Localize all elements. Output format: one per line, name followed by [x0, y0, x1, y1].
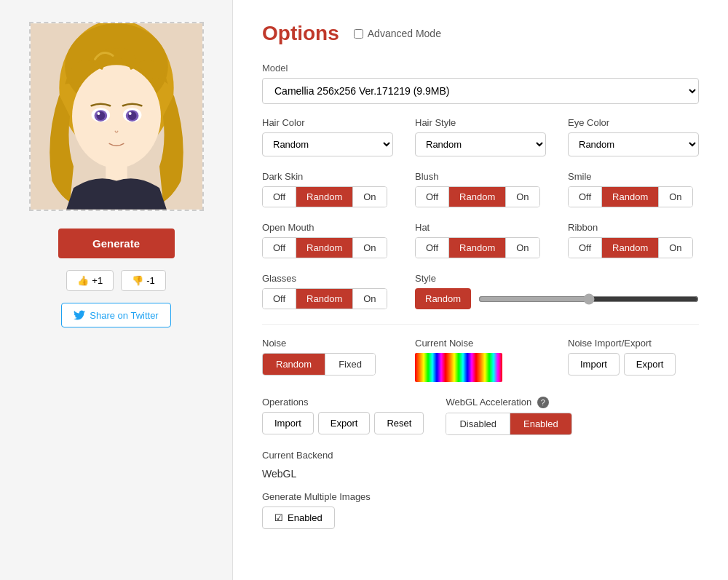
hair-style-label: Hair Style — [415, 117, 546, 128]
hair-color-group: Hair Color Random Black Brown Blonde Red… — [262, 117, 393, 156]
page-header: Options Advanced Mode — [262, 22, 699, 45]
blush-random[interactable]: Random — [448, 187, 505, 207]
glasses-random[interactable]: Random — [296, 289, 352, 309]
dark-skin-toggle: Off Random On — [262, 186, 387, 207]
blush-toggle: Off Random On — [415, 186, 540, 207]
ops-section: Operations Import Export Reset WebGL Acc… — [262, 397, 699, 435]
dark-skin-random[interactable]: Random — [296, 187, 352, 207]
hat-random[interactable]: Random — [448, 238, 505, 258]
hair-style-select[interactable]: Random Short Long Ponytail — [415, 132, 546, 156]
dark-skin-off[interactable]: Off — [263, 187, 296, 207]
ribbon-off[interactable]: Off — [569, 238, 601, 258]
glasses-off[interactable]: Off — [263, 289, 296, 309]
model-select[interactable]: Camellia 256x256 Ver.171219 (9.9MB) — [262, 78, 699, 104]
webgl-enabled[interactable]: Enabled — [510, 413, 571, 434]
eye-color-label: Eye Color — [568, 117, 699, 128]
style-row: Random — [415, 288, 699, 309]
dark-skin-on[interactable]: On — [352, 187, 386, 207]
webgl-group: WebGL Acceleration ? Disabled Enabled — [446, 397, 571, 435]
current-backend-label: Current Backend — [262, 450, 699, 461]
ribbon-label: Ribbon — [568, 222, 699, 233]
noise-import-export-group: Noise Import/Export Import Export — [568, 338, 699, 382]
svg-point-12 — [128, 112, 131, 115]
ribbon-on[interactable]: On — [658, 238, 692, 258]
open-mouth-toggle: Off Random On — [262, 237, 387, 258]
advanced-mode-label: Advanced Mode — [368, 28, 441, 39]
operations-reset[interactable]: Reset — [374, 412, 424, 434]
style-random-button[interactable]: Random — [415, 288, 471, 309]
webgl-help-badge[interactable]: ? — [537, 397, 549, 408]
noise-label: Noise — [262, 338, 393, 349]
style-group: Style Random — [415, 273, 699, 309]
dark-skin-group: Dark Skin Off Random On — [262, 171, 393, 207]
generate-multiple-button[interactable]: ☑ Enabled — [262, 506, 335, 529]
model-section: Model Camellia 256x256 Ver.171219 (9.9MB… — [262, 63, 699, 117]
upvote-button[interactable]: 👍 +1 — [66, 270, 114, 291]
svg-point-8 — [97, 112, 100, 115]
ribbon-toggle: Off Random On — [568, 237, 693, 258]
upvote-label: +1 — [92, 275, 103, 286]
glasses-on[interactable]: On — [352, 289, 386, 309]
advanced-mode-toggle[interactable]: Advanced Mode — [354, 28, 441, 39]
hat-group: Hat Off Random On — [415, 222, 546, 258]
webgl-toggle: Disabled Enabled — [446, 413, 571, 435]
noise-import-button[interactable]: Import — [568, 353, 620, 376]
webgl-disabled[interactable]: Disabled — [446, 413, 510, 434]
noise-import-export-buttons: Import Export — [568, 353, 699, 376]
twitter-icon — [74, 309, 85, 321]
checkbox-icon: ☑ — [274, 512, 283, 523]
svg-rect-4 — [106, 159, 127, 181]
glasses-toggle: Off Random On — [262, 288, 387, 309]
twitter-label: Share on Twitter — [90, 310, 158, 321]
operations-group: Operations Import Export Reset — [262, 397, 424, 435]
blush-off[interactable]: Off — [416, 187, 448, 207]
blush-on[interactable]: On — [505, 187, 539, 207]
open-mouth-label: Open Mouth — [262, 222, 393, 233]
eye-color-group: Eye Color Random Brown Blue Green Red Pu… — [568, 117, 699, 156]
noise-group: Noise Random Fixed — [262, 338, 393, 382]
current-backend-group: Current Backend WebGL — [262, 450, 699, 480]
eye-color-select[interactable]: Random Brown Blue Green Red Purple — [568, 132, 699, 156]
smile-random[interactable]: Random — [601, 187, 658, 207]
hair-color-select[interactable]: Random Black Brown Blonde Red Blue White — [262, 132, 393, 156]
style-label: Style — [415, 273, 699, 284]
downvote-label: -1 — [146, 275, 155, 286]
webgl-label: WebGL Acceleration ? — [446, 397, 571, 408]
ribbon-random[interactable]: Random — [601, 238, 658, 258]
hat-off[interactable]: Off — [416, 238, 448, 258]
noise-fixed[interactable]: Fixed — [325, 354, 375, 375]
generate-button[interactable]: Generate — [58, 229, 175, 258]
webgl-label-text: WebGL Acceleration — [446, 397, 531, 408]
hair-style-group: Hair Style Random Short Long Ponytail — [415, 117, 546, 156]
thumbs-up-icon: 👍 — [77, 275, 89, 286]
hair-color-label: Hair Color — [262, 117, 393, 128]
hat-label: Hat — [415, 222, 546, 233]
twitter-share-button[interactable]: Share on Twitter — [61, 303, 170, 327]
open-mouth-on[interactable]: On — [352, 238, 386, 258]
open-mouth-off[interactable]: Off — [263, 238, 296, 258]
style-slider[interactable] — [478, 293, 699, 305]
blush-label: Blush — [415, 171, 546, 182]
smile-on[interactable]: On — [658, 187, 692, 207]
open-mouth-random[interactable]: Random — [296, 238, 352, 258]
noise-export-button[interactable]: Export — [624, 353, 676, 376]
smile-label: Smile — [568, 171, 699, 182]
downvote-button[interactable]: 👎 -1 — [121, 270, 166, 291]
dark-skin-label: Dark Skin — [262, 171, 393, 182]
noise-random[interactable]: Random — [263, 354, 325, 375]
noise-import-export-label: Noise Import/Export — [568, 338, 699, 349]
noise-section: Noise Random Fixed Current Noise Noise I… — [262, 338, 699, 382]
generate-multiple-group: Generate Multiple Images ☑ Enabled — [262, 491, 699, 529]
operations-buttons: Import Export Reset — [262, 412, 424, 434]
generate-multiple-label: Generate Multiple Images — [262, 491, 699, 502]
smile-off[interactable]: Off — [569, 187, 601, 207]
operations-export[interactable]: Export — [318, 412, 371, 434]
noise-preview — [415, 353, 502, 382]
operations-import[interactable]: Import — [262, 412, 314, 434]
toggle-grid-3: Glasses Off Random On Style Random — [262, 273, 699, 309]
right-panel: Options Advanced Mode Model Camellia 256… — [233, 0, 728, 580]
current-backend-value: WebGL — [262, 468, 699, 480]
advanced-mode-checkbox[interactable] — [354, 29, 363, 39]
open-mouth-group: Open Mouth Off Random On — [262, 222, 393, 258]
hat-on[interactable]: On — [505, 238, 539, 258]
